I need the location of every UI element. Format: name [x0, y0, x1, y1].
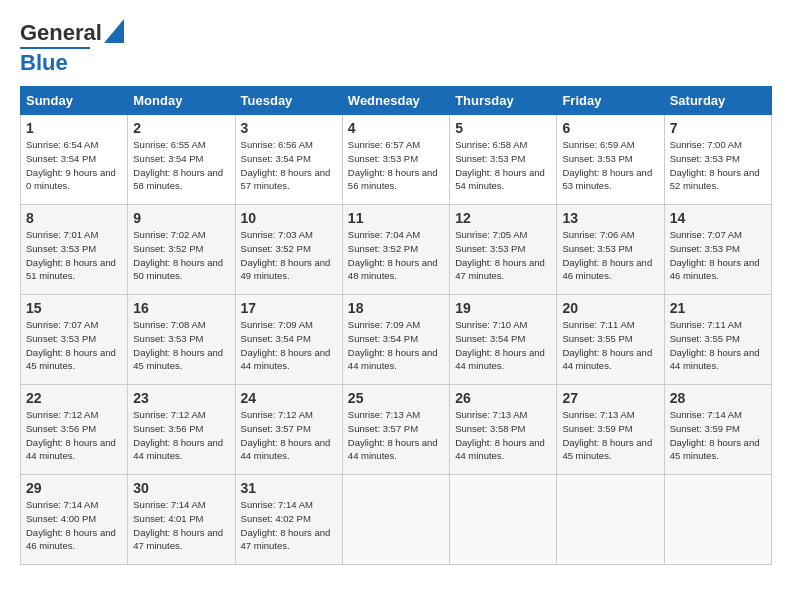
weekday-header: Saturday: [664, 87, 771, 115]
calendar-week-row: 29Sunrise: 7:14 AMSunset: 4:00 PMDayligh…: [21, 475, 772, 565]
calendar-cell: 13Sunrise: 7:06 AMSunset: 3:53 PMDayligh…: [557, 205, 664, 295]
logo-divider: [20, 47, 90, 49]
calendar-cell: 7Sunrise: 7:00 AMSunset: 3:53 PMDaylight…: [664, 115, 771, 205]
weekday-header: Monday: [128, 87, 235, 115]
calendar-cell: 14Sunrise: 7:07 AMSunset: 3:53 PMDayligh…: [664, 205, 771, 295]
calendar-cell: [557, 475, 664, 565]
calendar-cell: 6Sunrise: 6:59 AMSunset: 3:53 PMDaylight…: [557, 115, 664, 205]
calendar-cell: 30Sunrise: 7:14 AMSunset: 4:01 PMDayligh…: [128, 475, 235, 565]
calendar-cell: 28Sunrise: 7:14 AMSunset: 3:59 PMDayligh…: [664, 385, 771, 475]
weekday-header-row: SundayMondayTuesdayWednesdayThursdayFrid…: [21, 87, 772, 115]
logo-text-general: General: [20, 20, 102, 46]
calendar-cell: 15Sunrise: 7:07 AMSunset: 3:53 PMDayligh…: [21, 295, 128, 385]
calendar-cell: 8Sunrise: 7:01 AMSunset: 3:53 PMDaylight…: [21, 205, 128, 295]
weekday-header: Thursday: [450, 87, 557, 115]
calendar-cell: 3Sunrise: 6:56 AMSunset: 3:54 PMDaylight…: [235, 115, 342, 205]
calendar-cell: 1Sunrise: 6:54 AMSunset: 3:54 PMDaylight…: [21, 115, 128, 205]
calendar-cell: 26Sunrise: 7:13 AMSunset: 3:58 PMDayligh…: [450, 385, 557, 475]
calendar-week-row: 15Sunrise: 7:07 AMSunset: 3:53 PMDayligh…: [21, 295, 772, 385]
calendar-cell: [450, 475, 557, 565]
calendar-week-row: 1Sunrise: 6:54 AMSunset: 3:54 PMDaylight…: [21, 115, 772, 205]
calendar-cell: 4Sunrise: 6:57 AMSunset: 3:53 PMDaylight…: [342, 115, 449, 205]
page-header: General Blue: [20, 20, 772, 76]
calendar-cell: 18Sunrise: 7:09 AMSunset: 3:54 PMDayligh…: [342, 295, 449, 385]
calendar-cell: 12Sunrise: 7:05 AMSunset: 3:53 PMDayligh…: [450, 205, 557, 295]
calendar-cell: 2Sunrise: 6:55 AMSunset: 3:54 PMDaylight…: [128, 115, 235, 205]
calendar-week-row: 8Sunrise: 7:01 AMSunset: 3:53 PMDaylight…: [21, 205, 772, 295]
weekday-header: Sunday: [21, 87, 128, 115]
calendar-cell: [342, 475, 449, 565]
weekday-header: Friday: [557, 87, 664, 115]
calendar-cell: 21Sunrise: 7:11 AMSunset: 3:55 PMDayligh…: [664, 295, 771, 385]
weekday-header: Tuesday: [235, 87, 342, 115]
logo-arrow-icon: [104, 19, 124, 43]
calendar-cell: 20Sunrise: 7:11 AMSunset: 3:55 PMDayligh…: [557, 295, 664, 385]
calendar-cell: 19Sunrise: 7:10 AMSunset: 3:54 PMDayligh…: [450, 295, 557, 385]
calendar-cell: 22Sunrise: 7:12 AMSunset: 3:56 PMDayligh…: [21, 385, 128, 475]
calendar-cell: 24Sunrise: 7:12 AMSunset: 3:57 PMDayligh…: [235, 385, 342, 475]
calendar-table: SundayMondayTuesdayWednesdayThursdayFrid…: [20, 86, 772, 565]
calendar-week-row: 22Sunrise: 7:12 AMSunset: 3:56 PMDayligh…: [21, 385, 772, 475]
svg-marker-0: [104, 19, 124, 43]
calendar-cell: 11Sunrise: 7:04 AMSunset: 3:52 PMDayligh…: [342, 205, 449, 295]
calendar-cell: 27Sunrise: 7:13 AMSunset: 3:59 PMDayligh…: [557, 385, 664, 475]
calendar-cell: 17Sunrise: 7:09 AMSunset: 3:54 PMDayligh…: [235, 295, 342, 385]
calendar-cell: 31Sunrise: 7:14 AMSunset: 4:02 PMDayligh…: [235, 475, 342, 565]
calendar-cell: 29Sunrise: 7:14 AMSunset: 4:00 PMDayligh…: [21, 475, 128, 565]
weekday-header: Wednesday: [342, 87, 449, 115]
calendar-cell: [664, 475, 771, 565]
calendar-cell: 5Sunrise: 6:58 AMSunset: 3:53 PMDaylight…: [450, 115, 557, 205]
calendar-cell: 9Sunrise: 7:02 AMSunset: 3:52 PMDaylight…: [128, 205, 235, 295]
calendar-cell: 16Sunrise: 7:08 AMSunset: 3:53 PMDayligh…: [128, 295, 235, 385]
calendar-cell: 23Sunrise: 7:12 AMSunset: 3:56 PMDayligh…: [128, 385, 235, 475]
calendar-cell: 10Sunrise: 7:03 AMSunset: 3:52 PMDayligh…: [235, 205, 342, 295]
calendar-cell: 25Sunrise: 7:13 AMSunset: 3:57 PMDayligh…: [342, 385, 449, 475]
logo-text-blue: Blue: [20, 50, 68, 76]
logo: General Blue: [20, 20, 124, 76]
